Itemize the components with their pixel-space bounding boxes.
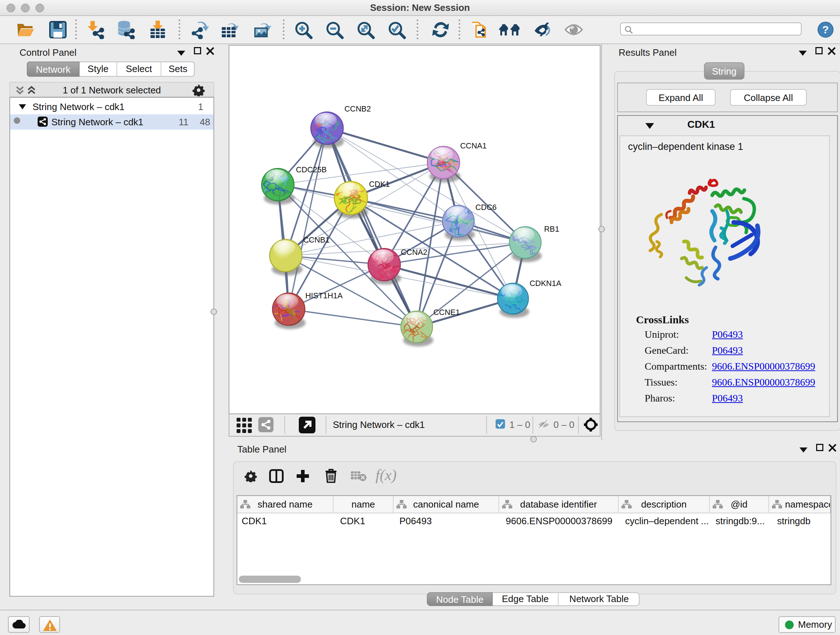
svg-text:CCNB1: CCNB1 bbox=[303, 235, 330, 244]
svg-text:CDK1: CDK1 bbox=[369, 180, 390, 188]
svg-text:CDC6: CDC6 bbox=[475, 203, 497, 212]
svg-text:CDC25B: CDC25B bbox=[296, 165, 327, 174]
svg-text:CCNE1: CCNE1 bbox=[433, 308, 460, 317]
svg-text:?: ? bbox=[822, 24, 829, 35]
svg-text:HIST1H1A: HIST1H1A bbox=[305, 291, 343, 300]
svg-text:CCNB2: CCNB2 bbox=[344, 104, 371, 113]
svg-text:CCNA2: CCNA2 bbox=[401, 248, 427, 257]
svg-text:CDKN1A: CDKN1A bbox=[530, 279, 561, 288]
svg-text:RB1: RB1 bbox=[544, 225, 559, 233]
svg-text:CCNA1: CCNA1 bbox=[460, 141, 486, 150]
